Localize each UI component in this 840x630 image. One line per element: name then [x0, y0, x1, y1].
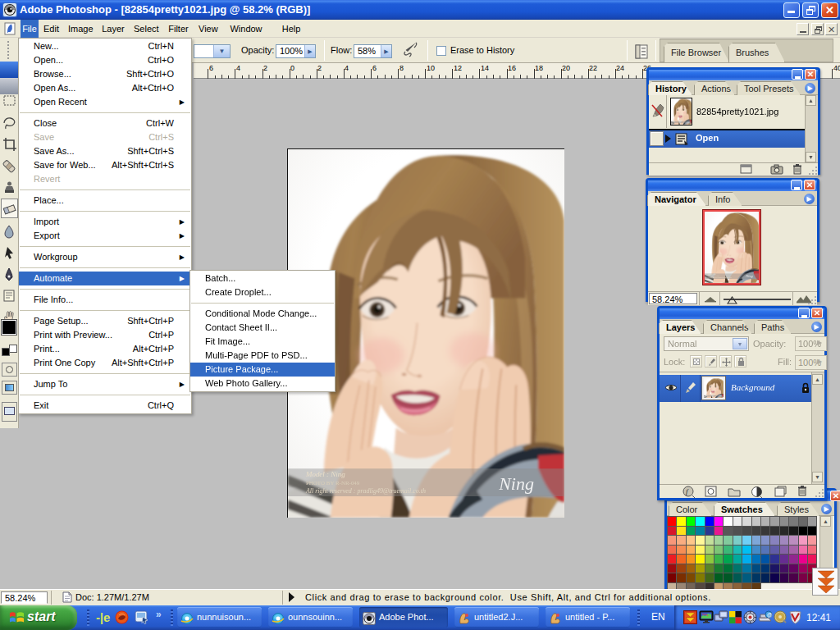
svg-text:@: @ [767, 612, 773, 618]
